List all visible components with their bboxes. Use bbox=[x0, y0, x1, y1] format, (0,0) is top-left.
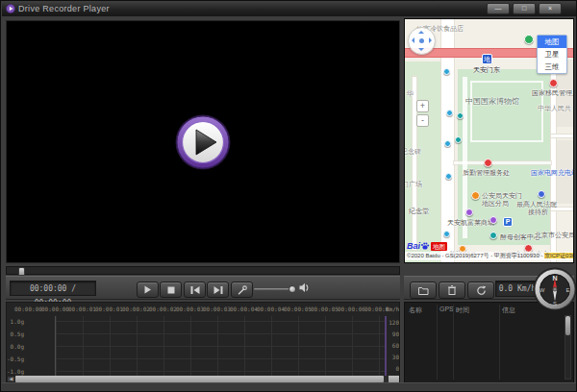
table-column-divider bbox=[437, 305, 438, 380]
table-vertical-scrollbar[interactable] bbox=[564, 315, 571, 380]
left-arrow-icon: ◀ bbox=[10, 377, 13, 381]
table-header-name: 名称 bbox=[409, 306, 422, 315]
chart-x-tick: 00:00:04 bbox=[257, 306, 285, 312]
seek-bar[interactable] bbox=[6, 266, 400, 275]
map-panel[interactable]: 故宫冷饮食品店 华 地 天安门东 中国国家博物馆 中华人民共 国家移民管理局 后… bbox=[404, 18, 574, 263]
map-type-map[interactable]: 地图 bbox=[538, 36, 566, 48]
baidu-paw-icon bbox=[420, 241, 430, 251]
map-label-immigration: 国家移民管理局 bbox=[532, 88, 574, 98]
poi-bus-stop[interactable] bbox=[444, 140, 451, 147]
poi-marker-police-branch[interactable] bbox=[471, 191, 480, 200]
poi-subway-exit[interactable] bbox=[455, 136, 462, 143]
title-bar: Drive Recorder Player — □ × bbox=[2, 1, 577, 16]
previous-button[interactable] bbox=[184, 282, 206, 298]
pan-left-arrow-icon[interactable] bbox=[412, 37, 414, 43]
map-label-police-branch-2: 地区分局 bbox=[482, 199, 509, 208]
compass-east-label: E bbox=[565, 287, 569, 293]
map-road bbox=[551, 135, 574, 137]
play-button[interactable] bbox=[137, 282, 159, 298]
poi-marker-green[interactable] bbox=[524, 35, 534, 44]
scrollbar-thumb[interactable] bbox=[15, 376, 384, 382]
compass: N S W E bbox=[533, 267, 577, 311]
chart-x-tick: 00:00:00 bbox=[14, 306, 42, 312]
table-header-time: 时间 bbox=[456, 306, 469, 315]
pan-right-arrow-icon[interactable] bbox=[429, 37, 432, 43]
chart-x-tick: 00:00:04 bbox=[230, 306, 258, 312]
stop-button[interactable] bbox=[160, 282, 182, 298]
speaker-icon bbox=[299, 282, 311, 293]
baidu-logo-text: Bai bbox=[407, 241, 420, 251]
table-column-divider bbox=[499, 305, 500, 380]
playback-toolbar: 00:00:00 / 00:00:00 bbox=[6, 276, 400, 300]
app-play-icon bbox=[6, 4, 15, 13]
tools-button[interactable] bbox=[231, 282, 253, 298]
chart-x-tick: 00:00:02 bbox=[122, 306, 150, 312]
map-label-museum: 中国国家博物馆 bbox=[465, 96, 519, 107]
refresh-button[interactable] bbox=[467, 282, 494, 299]
delete-button[interactable] bbox=[439, 282, 465, 299]
poi-marker-court[interactable] bbox=[538, 190, 545, 198]
chart-plot-area bbox=[55, 316, 387, 378]
map-label-subway-station: 天安门东 bbox=[473, 65, 500, 75]
folder-open-icon bbox=[418, 286, 429, 295]
pan-up-arrow-icon[interactable] bbox=[418, 31, 424, 34]
parking-icon: P bbox=[503, 217, 513, 227]
chart-speed-tick: 0 bbox=[388, 365, 399, 372]
poi-marker-purple[interactable] bbox=[489, 216, 497, 224]
subway-station-icon: 地 bbox=[482, 54, 492, 64]
chart-x-tick: 00:00:01 bbox=[68, 306, 96, 312]
window-controls: — □ × bbox=[487, 3, 562, 14]
chart-x-tick: 00:00:05 bbox=[311, 306, 339, 312]
poi-marker-maker-center[interactable] bbox=[489, 232, 497, 239]
map-label-mall: 天安凯富莱商场 bbox=[447, 218, 494, 228]
compass-west-label: W bbox=[539, 287, 545, 293]
map-type-selector: 地图 卫星 三维 bbox=[537, 35, 567, 74]
map-label-logistics: 后勤管理服务处 bbox=[463, 168, 510, 178]
chart-x-tick: 00:00:00 bbox=[41, 306, 69, 312]
map-label-court-2: 接待所 bbox=[528, 208, 548, 217]
table-header-gps: GPS bbox=[439, 306, 454, 312]
event-table: 名称 GPS 时间 信息 bbox=[404, 302, 574, 383]
baidu-map-badge: 地图 bbox=[431, 242, 447, 251]
chart-g-tick: 0.0g bbox=[7, 343, 24, 350]
poi-subway-exit[interactable] bbox=[457, 112, 464, 119]
scrollbar-left-arrow[interactable]: ◀ bbox=[7, 376, 15, 382]
chart-x-tick: 00:00:01 bbox=[95, 306, 123, 312]
seek-handle[interactable] bbox=[18, 267, 25, 276]
map-copyright-text: ©2020 Baidu - GS(2019)6277号 - 甲测资字110093… bbox=[407, 253, 544, 258]
chart-unit-label: Km/h bbox=[386, 306, 399, 312]
poi-bus-stop[interactable] bbox=[445, 173, 452, 180]
map-label-hua-partial: 华 bbox=[406, 88, 414, 99]
close-button[interactable]: × bbox=[539, 3, 562, 14]
open-file-button[interactable] bbox=[410, 282, 437, 299]
wrench-icon bbox=[238, 285, 247, 295]
chart-x-tick: 00:00:06 bbox=[338, 306, 365, 312]
chart-horizontal-scrollbar[interactable]: ◀ bbox=[7, 376, 399, 382]
map-zoom-in-button[interactable]: + bbox=[416, 100, 429, 112]
poi-marker-purple[interactable] bbox=[465, 208, 473, 216]
poi-marker-logistics[interactable] bbox=[484, 159, 492, 167]
chart-speed-tick: 60 bbox=[388, 342, 399, 349]
next-button[interactable] bbox=[207, 282, 229, 298]
minimize-button[interactable]: — bbox=[487, 3, 510, 14]
table-header-info: 信息 bbox=[502, 306, 515, 315]
poi-marker-immigration[interactable] bbox=[549, 79, 558, 87]
table-scrollbar-thumb[interactable] bbox=[565, 316, 570, 335]
map-label-memorial-partial: 纪念堂 bbox=[409, 207, 429, 216]
volume-slider-thumb[interactable] bbox=[288, 285, 296, 293]
pan-down-arrow-icon[interactable] bbox=[418, 48, 424, 51]
pan-center-icon[interactable] bbox=[419, 38, 424, 43]
map-type-satellite[interactable]: 卫星 bbox=[538, 48, 566, 61]
chart-speed-tick: 120 bbox=[388, 319, 399, 326]
map-pan-control[interactable] bbox=[408, 27, 436, 55]
maximize-button[interactable]: □ bbox=[513, 3, 536, 14]
play-overlay-button[interactable] bbox=[174, 113, 232, 171]
play-icon bbox=[143, 285, 152, 294]
poi-bus-stop[interactable] bbox=[443, 231, 450, 237]
chart-speed-tick: 30 bbox=[388, 354, 399, 360]
map-label-prc-partial: 中华人民共 bbox=[538, 104, 571, 113]
map-zoom-out-button[interactable]: - bbox=[416, 114, 429, 127]
map-type-3d[interactable]: 三维 bbox=[538, 61, 566, 73]
poi-bus-stop[interactable] bbox=[446, 110, 453, 116]
poi-bus-stop[interactable] bbox=[443, 68, 450, 75]
